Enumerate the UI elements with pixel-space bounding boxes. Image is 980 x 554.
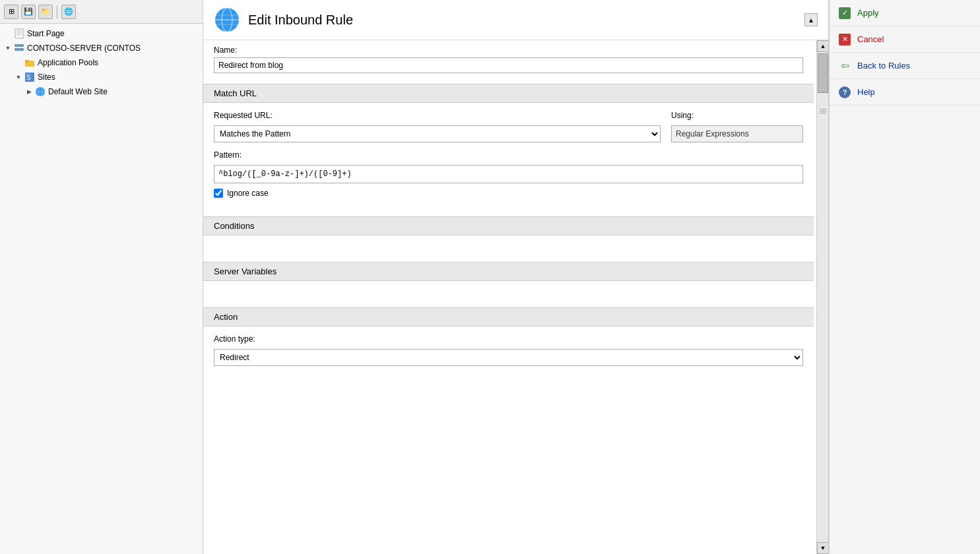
using-label: Using: <box>671 111 803 120</box>
ignore-case-checkbox[interactable] <box>214 189 223 198</box>
scroll-down-btn[interactable]: ▼ <box>817 542 828 554</box>
scroll-up-btn[interactable]: ▲ <box>817 40 828 52</box>
sidebar-item-application-pools[interactable]: Application Pools <box>0 55 203 70</box>
back-to-rules-action[interactable]: ⇦ Back to Rules <box>830 53 980 79</box>
cancel-label: Cancel <box>857 34 884 44</box>
sidebar-item-sites[interactable]: ▼ S Sites <box>0 70 203 84</box>
web-icon <box>34 86 46 98</box>
sidebar: ⊞ 💾 📁 🌐 Start Page ▼ <box>0 0 203 554</box>
action-body: Action type: Redirect Rewrite CustomResp… <box>203 326 814 374</box>
action-type-select[interactable]: Redirect Rewrite CustomResponse AbortReq… <box>214 349 803 366</box>
expand-icon: ▼ <box>3 43 13 53</box>
pattern-group: Pattern: <box>214 150 803 183</box>
requested-url-label: Requested URL: <box>214 111 661 120</box>
toolbar-btn-grid[interactable]: ⊞ <box>4 5 18 19</box>
toolbar-btn-globe[interactable]: 🌐 <box>61 5 76 19</box>
check-icon: ✓ <box>839 7 851 19</box>
help-label: Help <box>857 87 875 97</box>
server-variables-header: Server Variables <box>203 262 814 281</box>
main-body-wrapper: Name: Match URL Requested URL: Matches t… <box>203 40 828 554</box>
tree: Start Page ▼ CONTOSO-SERVER (CONTOS <box>0 24 203 554</box>
question-icon: ? <box>839 86 851 98</box>
apply-label: Apply <box>857 8 879 18</box>
ignore-case-row: Ignore case <box>214 189 803 198</box>
sites-icon: S <box>24 71 36 83</box>
help-action[interactable]: ? Help <box>830 79 980 106</box>
sidebar-item-server[interactable]: ▼ CONTOSO-SERVER (CONTOS <box>0 41 203 55</box>
sidebar-item-label: Start Page <box>27 29 65 38</box>
conditions-header: Conditions <box>203 216 814 235</box>
using-value: Regular Expressions <box>671 125 803 142</box>
sidebar-item-label: Default Web Site <box>48 87 108 96</box>
pattern-label: Pattern: <box>214 150 803 160</box>
name-label: Name: <box>214 46 803 55</box>
form-content: Name: Match URL Requested URL: Matches t… <box>203 40 816 554</box>
scroll-grip <box>817 109 828 113</box>
folder-icon <box>24 57 36 69</box>
action-type-group: Action type: Redirect Rewrite CustomResp… <box>214 334 803 366</box>
name-input[interactable] <box>214 57 803 73</box>
cancel-icon: ✕ <box>837 32 852 47</box>
server-variables-body <box>203 281 814 307</box>
grip-line <box>820 113 826 113</box>
right-panel: ✓ Apply ✕ Cancel ⇦ Back to Rules ? Help <box>828 0 980 554</box>
grip-line <box>820 109 826 109</box>
conditions-body <box>203 235 814 262</box>
sidebar-item-label: Application Pools <box>38 58 98 67</box>
form-row-url: Requested URL: Matches the Pattern Does … <box>214 111 803 142</box>
using-group: Using: Regular Expressions <box>671 111 803 142</box>
svg-point-6 <box>21 45 22 46</box>
toolbar-btn-save[interactable]: 💾 <box>21 5 36 19</box>
back-to-rules-label: Back to Rules <box>857 61 910 71</box>
arrow-icon: ⇦ <box>839 60 851 72</box>
apply-action[interactable]: ✓ Apply <box>830 0 980 26</box>
scroll-thumb[interactable] <box>818 53 828 93</box>
ignore-case-label[interactable]: Ignore case <box>227 189 269 198</box>
expand-icon <box>3 28 13 39</box>
sidebar-item-default-web-site[interactable]: ▶ Default Web Site <box>0 84 203 99</box>
page-icon <box>13 28 25 40</box>
main-header: Edit Inbound Rule ▲ <box>203 0 828 40</box>
grip-line <box>820 111 826 111</box>
action-type-label: Action type: <box>214 334 803 344</box>
sidebar-item-label: Sites <box>38 73 55 82</box>
server-icon <box>13 42 25 54</box>
expand-icon: ▼ <box>13 72 24 82</box>
action-header: Action <box>203 307 814 326</box>
sidebar-item-start-page[interactable]: Start Page <box>0 26 203 41</box>
svg-rect-0 <box>15 29 23 38</box>
page-title: Edit Inbound Rule <box>248 13 353 28</box>
help-icon: ? <box>837 85 852 100</box>
cancel-action[interactable]: ✕ Cancel <box>830 26 980 53</box>
toolbar-btn-folder[interactable]: 📁 <box>38 5 53 19</box>
x-icon: ✕ <box>839 34 851 46</box>
svg-text:S: S <box>26 74 31 81</box>
svg-rect-9 <box>25 60 29 62</box>
scroll-track <box>817 52 828 542</box>
expand-icon <box>13 57 24 68</box>
scroll-up-button[interactable]: ▲ <box>804 13 818 26</box>
scrollbar[interactable]: ▲ ▼ <box>816 40 828 554</box>
match-url-body: Requested URL: Matches the Pattern Does … <box>203 103 814 206</box>
expand-icon: ▶ <box>24 86 34 97</box>
pattern-input[interactable] <box>214 165 803 183</box>
toolbar: ⊞ 💾 📁 🌐 <box>0 0 203 24</box>
apply-icon: ✓ <box>837 6 852 20</box>
header-icon <box>214 7 240 33</box>
main-content: Edit Inbound Rule ▲ Name: Match URL Requ… <box>203 0 828 554</box>
match-url-header: Match URL <box>203 84 814 103</box>
sidebar-item-label: CONTOSO-SERVER (CONTOS <box>27 44 141 53</box>
requested-url-select[interactable]: Matches the Pattern Does Not Match the P… <box>214 125 661 142</box>
name-section: Name: <box>203 40 814 78</box>
back-to-rules-icon: ⇦ <box>837 59 852 73</box>
toolbar-separator <box>57 5 57 18</box>
svg-point-7 <box>21 49 22 50</box>
requested-url-group: Requested URL: Matches the Pattern Does … <box>214 111 661 142</box>
